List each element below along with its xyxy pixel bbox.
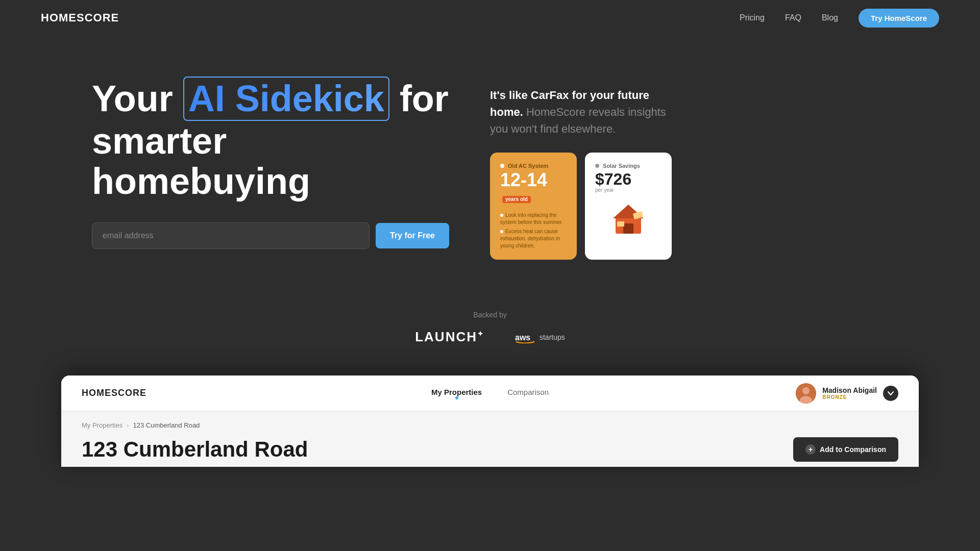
app-nav-links: My Properties Comparison — [286, 388, 694, 398]
add-comparison-button[interactable]: + Add to Comparison — [793, 437, 898, 462]
nav-links: Pricing FAQ Blog Try HomeScore — [740, 9, 939, 28]
nav-faq[interactable]: FAQ — [785, 13, 801, 22]
svg-text:aws: aws — [515, 333, 530, 342]
hero-left: Your AI Sidekick forsmarter homebuying T… — [92, 77, 449, 249]
card-ac-text1: Look into replacing the system before th… — [500, 212, 567, 226]
breadcrumb: My Properties › 123 Cumberland Road — [82, 421, 898, 429]
email-input[interactable] — [92, 222, 370, 249]
nav-blog[interactable]: Blog — [822, 13, 838, 22]
user-name: Madison Abigail — [822, 386, 877, 394]
card-solar-amount: $726 — [595, 171, 662, 187]
breadcrumb-separator: › — [127, 421, 129, 429]
backed-section: Backed by LAUNCH✦ aws startups — [0, 290, 980, 375]
chevron-down-icon — [888, 391, 894, 395]
email-row: Try for Free — [92, 222, 449, 249]
card-ac-badge: years old — [502, 196, 531, 203]
card-solar-savings: Solar Savings $726 per year — [585, 153, 672, 260]
hero-headline: Your AI Sidekick forsmarter homebuying — [92, 77, 449, 202]
card-ac-text2: Excess heat can cause exhaustion, dehydr… — [500, 228, 567, 249]
headline-prefix: Your — [92, 78, 173, 119]
user-badge: BRONZE — [822, 394, 877, 400]
card-solar-label: Solar Savings — [595, 163, 662, 169]
user-dropdown-button[interactable] — [883, 386, 898, 401]
plus-icon: + — [805, 444, 816, 455]
app-nav-my-properties[interactable]: My Properties — [431, 388, 482, 398]
try-free-button[interactable]: Try for Free — [376, 223, 449, 248]
nav-try-button[interactable]: Try HomeScore — [859, 9, 939, 28]
avatar — [796, 383, 816, 404]
hero-tagline: It's like CarFax for your future home. H… — [490, 87, 674, 137]
property-title: 123 Cumberland Road — [82, 437, 308, 462]
card-ac-label: Old AC System — [500, 163, 567, 169]
aws-startups-label: startups — [540, 333, 565, 341]
app-navbar: HOMESCORE My Properties Comparison Madis… — [61, 375, 919, 411]
aws-icon: aws — [515, 331, 535, 343]
app-user-area: Madison Abigail BRONZE — [694, 383, 898, 404]
property-header: 123 Cumberland Road + Add to Comparison — [82, 437, 898, 467]
svg-marker-6 — [533, 341, 534, 343]
backed-logos: LAUNCH✦ aws startups — [0, 329, 980, 345]
aws-logo: aws startups — [515, 331, 565, 343]
logo: HOMESCORE — [41, 11, 119, 24]
hero-section: Your AI Sidekick forsmarter homebuying T… — [0, 36, 980, 290]
insight-cards: Old AC System 12-14 years old Look into … — [490, 153, 674, 260]
user-info: Madison Abigail BRONZE — [822, 386, 877, 400]
breadcrumb-parent[interactable]: My Properties — [82, 421, 122, 429]
card-ac-system: Old AC System 12-14 years old Look into … — [490, 153, 577, 260]
breadcrumb-current: 123 Cumberland Road — [133, 421, 200, 429]
launch-plus: ✦ — [477, 330, 484, 338]
svg-rect-4 — [617, 221, 624, 227]
app-preview: HOMESCORE My Properties Comparison Madis… — [61, 375, 919, 467]
app-logo: HOMESCORE — [82, 388, 286, 398]
avatar-image — [796, 383, 816, 404]
card-ac-number: 12-14 years old — [500, 171, 567, 208]
app-content: My Properties › 123 Cumberland Road 123 … — [61, 411, 919, 467]
launch-logo: LAUNCH✦ — [415, 329, 484, 345]
house-icon — [608, 197, 649, 238]
app-nav-comparison[interactable]: Comparison — [507, 388, 549, 398]
headline-highlight: AI Sidekick — [183, 77, 389, 121]
navbar: HOMESCORE Pricing FAQ Blog Try HomeScore — [0, 0, 980, 36]
backed-label: Backed by — [0, 311, 980, 319]
nav-pricing[interactable]: Pricing — [740, 13, 765, 22]
svg-rect-2 — [623, 223, 633, 234]
hero-right: It's like CarFax for your future home. H… — [490, 77, 674, 260]
svg-point-8 — [802, 387, 810, 394]
